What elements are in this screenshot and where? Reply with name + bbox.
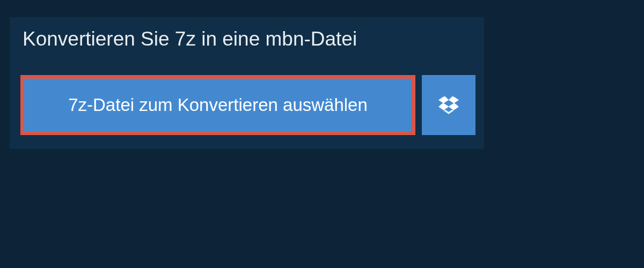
select-file-button-label: 7z-Datei zum Konvertieren auswählen [68,95,368,115]
dropbox-icon [438,95,459,115]
select-file-button[interactable]: 7z-Datei zum Konvertieren auswählen [20,75,415,135]
button-row: 7z-Datei zum Konvertieren auswählen [10,62,484,149]
dropbox-button[interactable] [422,75,475,135]
panel-title: Konvertieren Sie 7z in eine mbn-Datei [10,17,370,62]
converter-panel: Konvertieren Sie 7z in eine mbn-Datei 7z… [10,17,484,149]
